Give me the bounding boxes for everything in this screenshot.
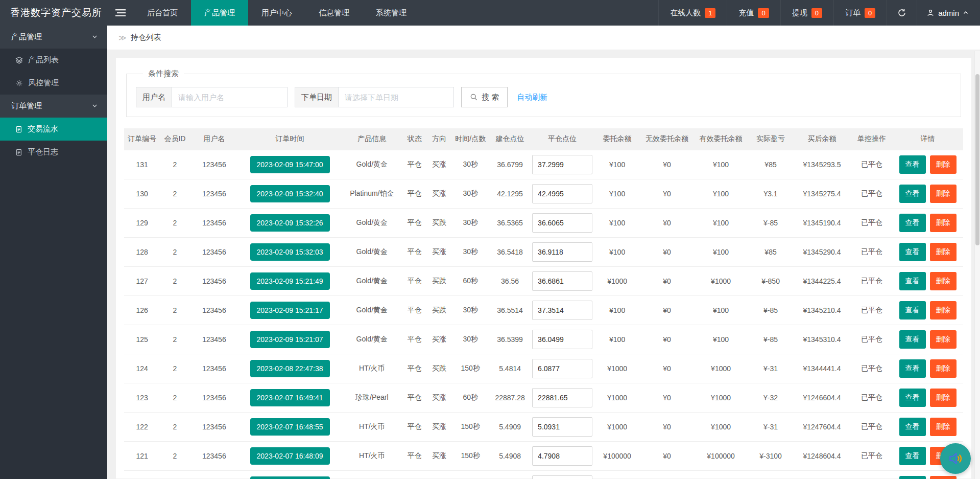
view-button[interactable]: 查看: [899, 301, 926, 320]
cell-detail: 查看删除: [892, 150, 963, 179]
cell-status: 平仓: [403, 470, 426, 479]
scrollbar-thumb[interactable]: [975, 74, 979, 245]
cell-direction: 买涨: [426, 179, 452, 208]
view-button[interactable]: 查看: [899, 359, 926, 378]
cell-order-time: 2023-02-09 15:21:49: [238, 266, 341, 295]
close-point-input[interactable]: [532, 155, 592, 174]
col-header-profit: 实际盈亏: [749, 128, 793, 150]
cell-control: 已平仓: [851, 441, 892, 470]
close-point-input[interactable]: [532, 417, 592, 437]
cell-username: 123456: [190, 354, 238, 383]
cell-order-id: 125: [124, 325, 160, 354]
nav-item-product[interactable]: 产品管理: [191, 0, 248, 26]
nav-stat-recharge[interactable]: 充值0: [727, 0, 780, 26]
cell-detail: 查看删除: [892, 179, 963, 208]
nav-stat-orders[interactable]: 订单0: [833, 0, 887, 26]
sound-toggle-button[interactable]: [940, 443, 971, 474]
order-date-input[interactable]: [339, 87, 453, 107]
delete-button[interactable]: 删除: [930, 418, 957, 436]
cell-time-points: 60秒: [452, 383, 489, 412]
view-button[interactable]: 查看: [899, 243, 926, 261]
col-header-time-points: 时间/点数: [452, 128, 489, 150]
sidebar-item-product-list[interactable]: 产品列表: [0, 49, 107, 72]
view-button[interactable]: 查看: [899, 389, 926, 407]
table-row: 12321234562023-02-07 16:49:41珍珠/Pearl平仓买…: [124, 383, 963, 412]
nav-item-system[interactable]: 系统管理: [363, 0, 420, 26]
delete-button[interactable]: 删除: [930, 214, 957, 232]
close-point-input[interactable]: [532, 301, 592, 320]
order-time-badge: 2023-02-08 22:47:38: [250, 360, 330, 377]
view-button[interactable]: 查看: [899, 418, 926, 436]
sidebar-item-close-log[interactable]: 平仓日志: [0, 141, 107, 164]
view-button[interactable]: 查看: [899, 272, 926, 290]
vertical-scrollbar[interactable]: [974, 51, 980, 479]
nav-item-home[interactable]: 后台首页: [134, 0, 191, 26]
cell-order-time: 2023-02-06 04:21:10: [238, 470, 341, 479]
user-menu[interactable]: admin: [917, 0, 980, 26]
refresh-button[interactable]: [887, 0, 917, 26]
view-button[interactable]: 查看: [899, 476, 926, 479]
hamburger-icon[interactable]: [107, 0, 134, 26]
cell-order-time: 2023-02-07 16:48:09: [238, 441, 341, 470]
view-button[interactable]: 查看: [899, 155, 926, 174]
view-button[interactable]: 查看: [899, 447, 926, 465]
delete-button[interactable]: 删除: [930, 359, 957, 378]
delete-button[interactable]: 删除: [930, 272, 957, 290]
cell-member-id: 2: [160, 208, 189, 237]
cell-control: 已平仓: [851, 325, 892, 354]
close-point-input[interactable]: [532, 388, 592, 407]
close-point-input[interactable]: [532, 271, 592, 291]
cell-direction: 买涨: [426, 412, 452, 441]
nav-stat-online-count[interactable]: 在线人数1: [658, 0, 727, 26]
close-point-input[interactable]: [532, 359, 592, 378]
view-button[interactable]: 查看: [899, 330, 926, 349]
sidebar-item-order-mgmt-group[interactable]: 订单管理: [0, 95, 107, 118]
sidebar-item-risk-mgmt[interactable]: 风控管理: [0, 72, 107, 95]
close-point-input[interactable]: [532, 242, 592, 262]
close-point-input[interactable]: [532, 446, 592, 466]
cell-order-id: 121: [124, 441, 160, 470]
nav-stat-withdraw[interactable]: 提现0: [780, 0, 833, 26]
delete-button[interactable]: 删除: [930, 330, 957, 349]
table-row: 12521234562023-02-09 15:21:07Gold/黄金平仓买涨…: [124, 325, 963, 354]
auto-refresh-link[interactable]: 自动刷新: [517, 93, 547, 102]
col-header-direction: 方向: [426, 128, 452, 150]
nav-item-info[interactable]: 信息管理: [305, 0, 363, 26]
delete-button[interactable]: 删除: [930, 185, 957, 203]
table-header-row: 订单编号会员ID用户名订单时间产品信息状态方向时间/点数建仓点位平仓点位委托余额…: [124, 128, 963, 150]
table-row: 12821234562023-02-09 15:32:03Gold/黄金平仓买涨…: [124, 237, 963, 266]
sidebar-item-trade-flow[interactable]: 交易流水: [0, 118, 107, 141]
search-icon: [470, 93, 478, 101]
col-header-detail: 详情: [892, 128, 963, 150]
close-point-input[interactable]: [532, 475, 592, 479]
cell-after-balance: ¥1345290.4: [793, 237, 851, 266]
close-point-input[interactable]: [532, 213, 592, 233]
view-button[interactable]: 查看: [899, 214, 926, 232]
cell-direction: 买涨: [426, 237, 452, 266]
cell-after-balance: ¥1344441.4: [793, 354, 851, 383]
delete-button[interactable]: 删除: [930, 243, 957, 261]
col-header-valid-entrust: 有效委托余额: [693, 128, 749, 150]
delete-button[interactable]: 删除: [930, 476, 957, 479]
sidebar-item-product-mgmt-group[interactable]: 产品管理: [0, 26, 107, 49]
view-button[interactable]: 查看: [899, 185, 926, 203]
cell-after-balance: ¥1248604.4: [793, 441, 851, 470]
cell-control: 已平仓: [851, 295, 892, 325]
search-button[interactable]: 搜 索: [461, 87, 508, 107]
close-point-input[interactable]: [532, 184, 592, 203]
order-date-field-group: 下单日期: [295, 87, 454, 107]
cell-invalid-entrust: ¥0: [641, 470, 693, 479]
close-point-input[interactable]: [532, 330, 592, 349]
cell-profit: ¥-31: [749, 412, 793, 441]
delete-button[interactable]: 删除: [930, 155, 957, 174]
cell-username: 123456: [190, 266, 238, 295]
delete-button[interactable]: 删除: [930, 389, 957, 407]
nav-item-user-center[interactable]: 用户中心: [248, 0, 305, 26]
cell-time-points: 30秒: [452, 237, 489, 266]
cell-entrust-balance: ¥100: [593, 179, 640, 208]
username-input[interactable]: [172, 87, 287, 107]
chevron-down-icon: [91, 102, 98, 110]
delete-button[interactable]: 删除: [930, 301, 957, 320]
cell-status: 平仓: [403, 441, 426, 470]
cell-order-id: 126: [124, 295, 160, 325]
